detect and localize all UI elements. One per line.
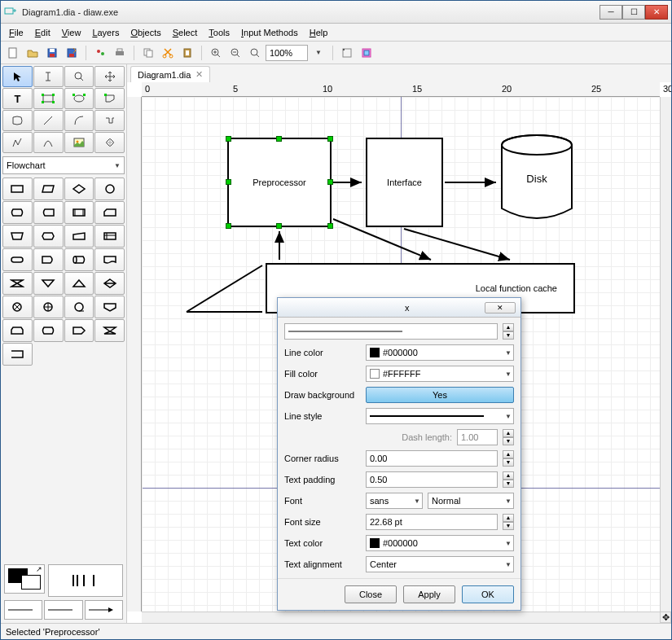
shape-sum[interactable]	[2, 296, 33, 318]
shape-document[interactable]	[94, 248, 125, 271]
sheet-selector[interactable]: Flowchart▼	[2, 156, 125, 174]
line-width[interactable]	[44, 600, 82, 620]
shape-interface[interactable]: Interface	[366, 138, 443, 227]
copy-button[interactable]	[139, 44, 157, 62]
menu-select[interactable]: Select	[168, 26, 203, 39]
corner-radius-input[interactable]: 0.00	[366, 450, 498, 467]
shape-internal-storage[interactable]	[94, 225, 125, 248]
spin-down[interactable]: ▼	[503, 331, 514, 340]
arrow-start[interactable]	[4, 600, 42, 620]
shape-direct-data[interactable]	[64, 248, 94, 271]
shape-datasource[interactable]	[2, 343, 33, 366]
shape-offpage[interactable]	[94, 296, 125, 318]
menu-layers[interactable]: Layers	[87, 26, 124, 39]
shape-stored-data[interactable]	[33, 201, 64, 224]
nav-button[interactable]: ✥	[660, 612, 671, 623]
menu-objects[interactable]: Objects	[125, 26, 165, 39]
menu-input-methods[interactable]: Input Methods	[236, 26, 303, 39]
spin-up[interactable]: ▲	[503, 323, 514, 331]
zoom-out-button[interactable]	[226, 44, 244, 62]
pointer-tool[interactable]	[2, 66, 33, 87]
close-icon[interactable]: ✕	[195, 69, 203, 80]
scrollbar-horizontal[interactable]	[142, 612, 660, 623]
text-padding-input[interactable]: 0.50	[366, 471, 498, 488]
menu-view[interactable]: View	[57, 26, 86, 39]
close-button[interactable]: ✕	[645, 5, 668, 20]
minimize-button[interactable]: ─	[600, 5, 622, 20]
polyline-tool[interactable]	[2, 132, 33, 153]
new-button[interactable]	[4, 44, 22, 62]
snap-object-button[interactable]	[358, 44, 376, 62]
line-tool[interactable]	[33, 110, 64, 131]
line-pattern[interactable]	[48, 564, 123, 597]
box-tool[interactable]	[33, 88, 64, 109]
open-button[interactable]	[24, 44, 42, 62]
text-edit-tool[interactable]	[33, 66, 64, 87]
line-width-combo[interactable]	[284, 323, 498, 340]
shape-extract[interactable]	[64, 272, 94, 295]
color-selector[interactable]: ↗	[4, 564, 45, 594]
line-color-combo[interactable]: #000000▼	[366, 344, 514, 361]
maximize-button[interactable]: ☐	[622, 5, 645, 20]
arc-tool[interactable]	[64, 110, 94, 131]
shape-display[interactable]	[2, 201, 33, 224]
shape-delay[interactable]	[33, 248, 64, 271]
dialog-close[interactable]: Close	[345, 585, 397, 603]
zoom-combo[interactable]: 100%	[266, 45, 308, 61]
shape-sort[interactable]	[94, 272, 125, 295]
shape-data[interactable]	[33, 319, 64, 342]
zoom-in-button[interactable]	[207, 44, 225, 62]
bezier-tool[interactable]	[33, 132, 64, 153]
paste-button[interactable]	[178, 44, 196, 62]
shape-connector[interactable]	[94, 178, 125, 200]
magnify-tool[interactable]	[64, 66, 94, 87]
shape-terminal[interactable]	[2, 248, 33, 271]
spin-down[interactable]: ▼	[503, 522, 514, 530]
shape-predefined[interactable]	[64, 201, 94, 224]
save-as-button[interactable]	[63, 44, 81, 62]
shape-or[interactable]	[33, 296, 64, 318]
font-family-combo[interactable]: sans▼	[366, 493, 423, 509]
shape-decision[interactable]	[64, 178, 94, 200]
spin-up[interactable]: ▲	[503, 471, 514, 480]
ellipse-tool[interactable]	[64, 88, 94, 109]
shape-preparation[interactable]	[33, 225, 64, 248]
fill-color-combo[interactable]: #FFFFFF▼	[366, 366, 514, 382]
shape-transmittal[interactable]	[64, 319, 94, 342]
text-tool[interactable]: T	[2, 88, 33, 109]
shape-io[interactable]	[33, 178, 64, 200]
tab-diagram1[interactable]: Diagram1.dia ✕	[130, 66, 210, 82]
image-tool[interactable]	[64, 132, 94, 153]
spin-down[interactable]: ▼	[503, 480, 514, 488]
spin-up[interactable]: ▲	[503, 450, 514, 458]
dialog-apply[interactable]: Apply	[403, 585, 455, 603]
text-color-combo[interactable]: #000000▼	[366, 535, 514, 551]
shape-card[interactable]	[94, 201, 125, 224]
shape-merge[interactable]	[33, 272, 64, 295]
menu-edit[interactable]: Edit	[30, 26, 55, 39]
polygon-tool[interactable]	[94, 88, 125, 109]
shape-manual-input[interactable]	[64, 225, 94, 248]
scrollbar-vertical[interactable]	[660, 97, 671, 612]
arrow-end[interactable]	[85, 600, 123, 620]
menu-help[interactable]: Help	[305, 26, 333, 39]
text-align-combo[interactable]: Center▼	[366, 556, 514, 572]
snap-grid-button[interactable]	[338, 44, 356, 62]
cut-button[interactable]	[159, 44, 177, 62]
draw-bg-toggle[interactable]: Yes	[366, 387, 514, 403]
shape-preprocessor[interactable]: Preprocessor	[227, 138, 332, 227]
shape-process[interactable]	[2, 178, 33, 200]
menu-tools[interactable]: Tools	[204, 26, 235, 39]
dialog-close-button[interactable]: ✕	[485, 302, 516, 313]
print-button[interactable]	[111, 44, 129, 62]
line-style-combo[interactable]: ▼	[366, 408, 514, 424]
spin-down[interactable]: ▼	[503, 458, 514, 467]
scroll-tool[interactable]	[94, 66, 125, 87]
outline-tool[interactable]	[94, 132, 125, 153]
save-button[interactable]	[43, 44, 61, 62]
shape-loop-limit[interactable]	[2, 319, 33, 342]
font-style-combo[interactable]: Normal▼	[428, 493, 514, 509]
shape-tape[interactable]	[64, 296, 94, 318]
zoom-fit-button[interactable]	[246, 44, 264, 62]
zigzag-tool[interactable]	[94, 110, 125, 131]
